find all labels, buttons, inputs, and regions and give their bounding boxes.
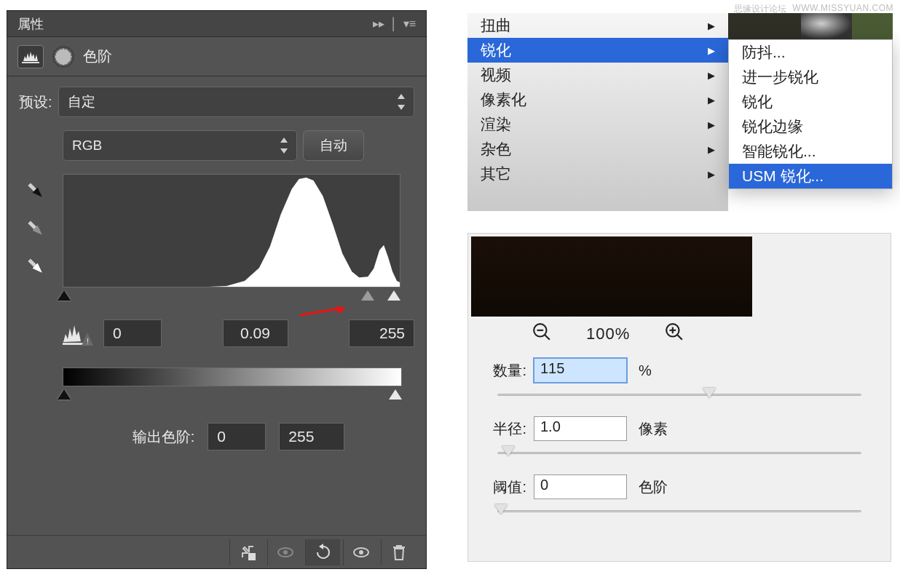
zoom-out-icon[interactable] xyxy=(532,322,551,345)
submenu-usm-sharpen[interactable]: USM 锐化... xyxy=(729,164,892,188)
menu-item-pixelate[interactable]: 像素化▶ xyxy=(467,87,728,112)
submenu-sharpen-edges[interactable]: 锐化边缘 xyxy=(729,114,892,139)
chevron-right-icon: ▶ xyxy=(708,20,715,31)
svg-point-11 xyxy=(359,550,363,555)
eyedropper-gray-icon[interactable] xyxy=(19,212,52,245)
amount-label: 数量: xyxy=(483,361,526,381)
svg-rect-0 xyxy=(22,62,39,63)
trash-icon[interactable] xyxy=(381,539,416,565)
radius-slider[interactable] xyxy=(483,448,876,458)
threshold-slider-thumb[interactable] xyxy=(494,504,508,514)
threshold-input[interactable]: 0 xyxy=(534,474,627,499)
red-annotation-arrow xyxy=(300,306,347,318)
threshold-slider[interactable] xyxy=(483,506,876,517)
amount-input[interactable]: 115 xyxy=(534,358,627,383)
histogram-canvas[interactable] xyxy=(63,174,400,287)
radius-label: 半径: xyxy=(483,419,526,439)
usm-sharpen-dialog: 100% 数量: 115 % 半径: 1.0 像素 阈值: 0 色阶 xyxy=(467,233,891,562)
filter-category-menu[interactable]: 扭曲▶ 锐化▶ 视频▶ 像素化▶ 渲染▶ 杂色▶ 其它▶ xyxy=(467,13,728,211)
radius-unit: 像素 xyxy=(639,419,668,439)
output-gradient-bar[interactable] xyxy=(63,368,402,386)
input-gamma-field[interactable]: 0.09 xyxy=(223,319,288,347)
output-black-handle[interactable] xyxy=(58,389,71,400)
auto-button[interactable]: 自动 xyxy=(303,130,364,161)
amount-slider-thumb[interactable] xyxy=(703,388,716,398)
preview-thumbnail-strip xyxy=(728,13,893,39)
menu-item-render[interactable]: 渲染▶ xyxy=(467,112,728,137)
amount-unit: % xyxy=(639,362,652,379)
svg-rect-7 xyxy=(248,553,256,560)
white-point-handle[interactable] xyxy=(387,290,400,301)
radius-slider-thumb[interactable] xyxy=(502,446,515,456)
output-white-handle[interactable] xyxy=(389,389,402,400)
sharpen-submenu[interactable]: 防抖... 进一步锐化 锐化 锐化边缘 智能锐化... USM 锐化... xyxy=(728,39,893,189)
thumbnail-1 xyxy=(728,13,801,39)
eyedropper-white-icon[interactable] xyxy=(19,250,52,283)
svg-line-14 xyxy=(545,335,550,340)
chevron-right-icon: ▶ xyxy=(708,45,715,56)
chevron-right-icon: ▶ xyxy=(708,169,715,180)
auto-label: 自动 xyxy=(320,136,347,155)
usm-preview-image[interactable] xyxy=(471,237,752,317)
input-white-field[interactable]: 255 xyxy=(349,319,414,347)
thumbnail-2 xyxy=(801,13,852,39)
channel-value: RGB xyxy=(72,138,102,154)
input-black-field[interactable]: 0 xyxy=(103,319,162,347)
histogram-plot xyxy=(63,175,400,287)
zoom-value: 100% xyxy=(586,325,630,343)
submenu-smart-sharpen[interactable]: 智能锐化... xyxy=(729,139,892,164)
menu-item-noise[interactable]: 杂色▶ xyxy=(467,137,728,162)
adjustment-levels-icon[interactable] xyxy=(17,45,44,68)
svg-text:!: ! xyxy=(87,337,89,346)
menu-item-sharpen[interactable]: 锐化▶ xyxy=(467,38,728,63)
submenu-sharpen[interactable]: 锐化 xyxy=(729,90,892,114)
gamma-handle[interactable] xyxy=(361,290,374,301)
output-slider-track[interactable] xyxy=(63,389,402,401)
menu-item-distort[interactable]: 扭曲▶ xyxy=(467,13,728,38)
svg-rect-5 xyxy=(63,343,83,345)
levels-properties-panel: 属性 ▸▸ │ ▾≡ 色阶 预设: 自定 RGB xyxy=(7,10,427,569)
eyedropper-black-icon[interactable] xyxy=(19,174,52,207)
reset-icon[interactable] xyxy=(305,539,340,565)
chevron-updown-icon xyxy=(280,138,289,154)
preset-select[interactable]: 自定 xyxy=(58,87,414,117)
divider-icon: │ xyxy=(390,17,398,31)
radius-input[interactable]: 1.0 xyxy=(534,416,627,441)
chevron-updown-icon xyxy=(398,94,406,110)
levels-warning-icon: ! xyxy=(63,321,93,346)
clip-to-layer-icon[interactable] xyxy=(229,539,264,565)
menu-item-other[interactable]: 其它▶ xyxy=(467,162,728,186)
black-point-handle[interactable] xyxy=(58,290,71,301)
panel-footer xyxy=(7,535,426,568)
mask-icon[interactable] xyxy=(52,46,74,68)
preset-label: 预设: xyxy=(19,92,52,112)
chevron-right-icon: ▶ xyxy=(708,119,715,130)
zoom-in-icon[interactable] xyxy=(665,322,684,345)
amount-slider[interactable] xyxy=(483,390,876,400)
adjustment-type-row: 色阶 xyxy=(7,37,426,76)
histogram-area: ! 0 0.09 255 输出色阶: 0 255 xyxy=(63,174,414,450)
submenu-shake-reduction[interactable]: 防抖... xyxy=(729,40,892,65)
svg-point-9 xyxy=(283,550,288,555)
zoom-controls: 100% xyxy=(468,319,891,345)
threshold-label: 阈值: xyxy=(483,477,526,497)
output-white-field[interactable]: 255 xyxy=(279,423,344,450)
output-label: 输出色阶: xyxy=(133,427,195,447)
input-slider-track[interactable] xyxy=(63,290,400,302)
panel-header: 属性 ▸▸ │ ▾≡ xyxy=(7,11,426,37)
channel-select[interactable]: RGB xyxy=(63,130,297,161)
preset-value: 自定 xyxy=(68,92,95,111)
svg-line-18 xyxy=(678,335,683,340)
collapse-icon[interactable]: ▸▸ xyxy=(373,17,384,31)
view-previous-icon[interactable] xyxy=(267,539,302,565)
panel-menu-icon[interactable]: ▾≡ xyxy=(403,17,416,31)
menu-item-video[interactable]: 视频▶ xyxy=(467,63,728,87)
output-black-field[interactable]: 0 xyxy=(208,423,266,450)
chevron-right-icon: ▶ xyxy=(708,144,715,155)
thumbnail-3 xyxy=(852,13,893,39)
threshold-unit: 色阶 xyxy=(639,477,668,497)
svg-line-4 xyxy=(300,309,339,315)
chevron-right-icon: ▶ xyxy=(708,95,715,106)
submenu-sharpen-more[interactable]: 进一步锐化 xyxy=(729,65,892,90)
visibility-icon[interactable] xyxy=(343,539,378,565)
